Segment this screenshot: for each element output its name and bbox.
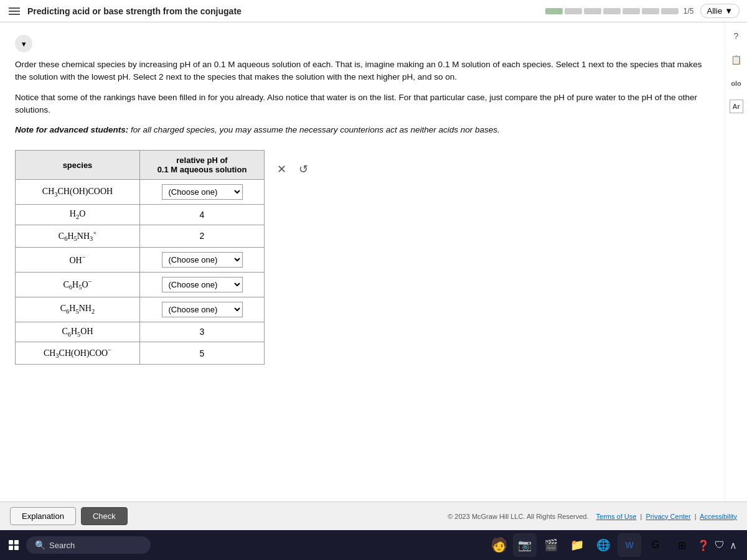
ph-select-1[interactable]: (Choose one) 123 45678 [162, 184, 243, 200]
ph-select-4[interactable]: (Choose one) 123 45678 [162, 302, 243, 317]
taskbar-app-g[interactable]: G [644, 533, 667, 557]
table-row: C6H5OH 3 [16, 322, 265, 342]
table-action-icons: ✕ ↺ [277, 162, 308, 176]
species-cell: CH3CH(OH)COO− [16, 342, 140, 364]
ph-cell-static: 2 [140, 225, 265, 247]
page-title: Predicting acid or base strength from th… [27, 6, 539, 16]
taskbar-app-folder[interactable]: 📁 [565, 533, 589, 557]
instruction-paragraph-3: Note for advanced students: for all char… [15, 124, 710, 136]
taskbar-app-photo[interactable]: 📷 [513, 533, 537, 557]
species-cell: C6H5OH [16, 322, 140, 342]
ph-select-2[interactable]: (Choose one) 123 45678 [162, 252, 243, 268]
ph-select-3[interactable]: (Choose one) 123 45678 [162, 277, 243, 292]
privacy-center-link[interactable]: Privacy Center [646, 513, 690, 520]
windows-start-button[interactable] [5, 538, 22, 553]
ph-cell-select[interactable]: (Choose one) 123 45678 [140, 247, 265, 272]
ph-cell-select[interactable]: (Choose one) 123 45678 [140, 272, 265, 297]
progress-seg-7 [661, 8, 679, 14]
instruction-paragraph-2: Notice that some of the rankings have be… [15, 91, 710, 117]
table-row: C6H5O− (Choose one) 123 45678 [16, 272, 265, 297]
taskbar-app-word[interactable]: W [618, 533, 641, 557]
undo-icon[interactable]: ↺ [299, 162, 308, 176]
chevron-down-icon: ▾ [22, 39, 26, 49]
table-row: CH3CH(OH)COO− 5 [16, 342, 265, 364]
content-area: ▾ Order these chemical species by increa… [0, 22, 725, 502]
taskbar: 🔍 Search 🧑 📷 🎬 📁 🌐 W G ⊞ ❓ 🛡 ∧ [0, 530, 747, 560]
progress-seg-5 [622, 8, 640, 14]
copyright-text: © 2023 McGraw Hill LLC. All Rights Reser… [448, 513, 588, 520]
main-content: ▾ Order these chemical species by increa… [0, 22, 747, 502]
species-cell: H2O [16, 205, 140, 225]
species-cell: C6H5O− [16, 272, 140, 297]
right-sidebar: ? 📋 olo Ar [725, 22, 747, 502]
taskbar-app-avatar[interactable]: 🧑 [487, 533, 510, 557]
progress-segments [545, 8, 679, 14]
search-icon: 🔍 [35, 540, 45, 550]
taskbar-app-video[interactable]: 🎬 [539, 533, 563, 557]
progress-seg-4 [603, 8, 621, 14]
progress-label: 1/5 [684, 7, 694, 16]
table-row: H2O 4 [16, 205, 265, 225]
user-badge[interactable]: Allie ▼ [700, 4, 740, 18]
ph-cell-static: 5 [140, 342, 265, 364]
species-table: species relative pH of 0.1 M aqueous sol… [15, 150, 265, 365]
species-cell: CH3CH(OH)COOH [16, 180, 140, 205]
species-cell: C6H5NH3+ [16, 225, 140, 247]
copyright: © 2023 McGraw Hill LLC. All Rights Reser… [448, 513, 737, 520]
chevron-up-tray-icon[interactable]: ∧ [730, 539, 737, 551]
bottom-bar: Explanation Check © 2023 McGraw Hill LLC… [0, 502, 747, 530]
shield-tray-icon[interactable]: 🛡 [715, 539, 725, 551]
ph-cell-select[interactable]: (Choose one) 123 45678 [140, 180, 265, 205]
question-tray-icon[interactable]: ❓ [697, 539, 710, 551]
instruction-paragraph-1: Order these chemical species by increasi… [15, 58, 710, 84]
progress-seg-6 [642, 8, 659, 14]
taskbar-search[interactable]: 🔍 Search [26, 536, 151, 554]
calculator-icon[interactable]: 📋 [729, 52, 744, 67]
table-row: OH− (Choose one) 123 45678 [16, 247, 265, 272]
action-buttons: Explanation Check [10, 507, 128, 525]
menu-icon[interactable] [7, 6, 21, 16]
taskbar-apps: 🧑 📷 🎬 📁 🌐 W G ⊞ [487, 533, 693, 557]
check-button[interactable]: Check [81, 507, 128, 525]
ph-cell-static: 4 [140, 205, 265, 225]
user-name: Allie [707, 6, 723, 16]
progress-seg-1 [545, 8, 563, 14]
search-label: Search [49, 541, 75, 550]
accessibility-link[interactable]: Accessibility [700, 513, 737, 520]
species-cell: OH− [16, 247, 140, 272]
user-chevron-icon: ▼ [725, 6, 733, 16]
progress-bar-container: 1/5 [545, 7, 694, 16]
windows-icon [9, 540, 19, 550]
table-row: C6H5NH2 (Choose one) 123 45678 [16, 297, 265, 322]
col-header-ph: relative pH of 0.1 M aqueous solution [140, 151, 265, 180]
periodic-table-icon[interactable]: Ar [730, 100, 743, 113]
bar-chart-icon[interactable]: olo [729, 76, 744, 91]
table-row: C6H5NH3+ 2 [16, 225, 265, 247]
top-bar: Predicting acid or base strength from th… [0, 0, 747, 22]
col-header-species: species [16, 151, 140, 180]
taskbar-app-grid[interactable]: ⊞ [670, 533, 693, 557]
collapse-button[interactable]: ▾ [15, 35, 32, 52]
progress-seg-2 [565, 8, 582, 14]
close-icon[interactable]: ✕ [277, 162, 286, 176]
taskbar-app-edge[interactable]: 🌐 [591, 533, 615, 557]
ph-cell-select[interactable]: (Choose one) 123 45678 [140, 297, 265, 322]
explanation-button[interactable]: Explanation [10, 507, 76, 525]
progress-seg-3 [584, 8, 601, 14]
help-icon[interactable]: ? [729, 29, 744, 44]
table-row: CH3CH(OH)COOH (Choose one) 123 45678 [16, 180, 265, 205]
taskbar-tray: ❓ 🛡 ∧ [697, 539, 742, 551]
ph-cell-static: 3 [140, 322, 265, 342]
species-cell: C6H5NH2 [16, 297, 140, 322]
terms-of-use-link[interactable]: Terms of Use [596, 513, 637, 520]
